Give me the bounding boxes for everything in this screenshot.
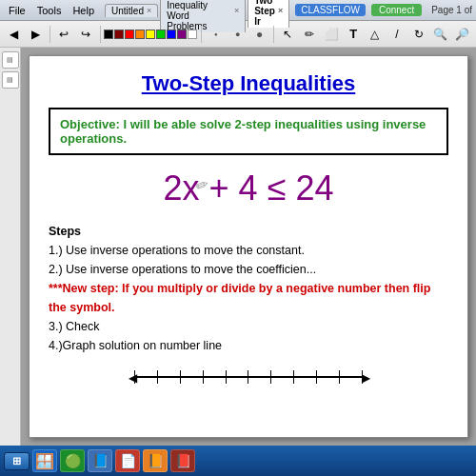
separator2 xyxy=(100,26,101,43)
cursor-tool[interactable]: ↖ xyxy=(278,25,298,44)
tick-6 xyxy=(248,370,248,384)
pen-tool[interactable]: ✏ xyxy=(300,25,320,44)
zoom-out[interactable]: 🔎 xyxy=(452,25,472,44)
separator xyxy=(50,26,50,43)
panel-thumb-1[interactable]: ▤ xyxy=(2,51,19,69)
equation: 2x + 4 ≤ 24 ✏ xyxy=(49,169,448,208)
taskbar-app-powerpoint[interactable]: 📄 xyxy=(115,449,140,472)
color-palette xyxy=(104,30,197,39)
step-4: 3.) Check xyxy=(49,317,448,336)
objective-box: Objective: I will be able solve 2-step i… xyxy=(49,108,448,155)
tick-2 xyxy=(157,370,158,384)
zoom-in[interactable]: 🔍 xyxy=(430,25,450,44)
line-medium[interactable]: ● xyxy=(228,25,248,44)
separator3 xyxy=(201,26,202,43)
canvas-area[interactable]: Two-Step Inequalities Objective: I will … xyxy=(21,48,476,446)
nl-ticks xyxy=(134,370,363,384)
taskbar-app-green[interactable]: 🟢 xyxy=(60,449,85,472)
tick-1 xyxy=(134,370,135,384)
main-area: ▤ ▤ Two-Step Inequalities Objective: I w… xyxy=(0,48,476,446)
bottom-taskbar: ⊞ 🪟 🟢 📘 📄 📙 📕 xyxy=(0,446,476,476)
tab-untitled[interactable]: Untitled × xyxy=(105,4,158,17)
tick-10 xyxy=(339,370,340,384)
line-thick[interactable]: ● xyxy=(249,25,269,44)
tab-close-icon[interactable]: × xyxy=(278,6,283,15)
tick-11 xyxy=(362,370,363,384)
panel-thumb-2[interactable]: ▤ xyxy=(2,71,19,89)
menu-bar: File Tools Help xyxy=(4,4,99,17)
taskbar-app-word[interactable]: 📘 xyxy=(88,449,112,472)
color-black[interactable] xyxy=(104,30,113,39)
color-purple[interactable] xyxy=(177,30,187,39)
menu-help[interactable]: Help xyxy=(68,4,99,17)
tick-7 xyxy=(270,370,271,384)
nl-arrow-right: ▶ xyxy=(362,371,370,385)
color-white[interactable] xyxy=(188,30,197,39)
left-panel: ▤ ▤ xyxy=(0,48,21,446)
color-blue[interactable] xyxy=(167,30,176,39)
forward-button[interactable]: ▶ xyxy=(26,25,46,44)
step-3-red: ***New step: If you multiply or divide b… xyxy=(49,279,448,317)
line-thin[interactable]: ● xyxy=(206,25,226,44)
tick-4 xyxy=(203,370,204,384)
step-5: 4.)Graph solution on number line xyxy=(49,336,448,355)
connect-button[interactable]: Connect xyxy=(371,4,422,16)
color-red[interactable] xyxy=(125,30,134,39)
classflow-button[interactable]: CLASSFLOW xyxy=(295,4,366,16)
redo-button[interactable]: ↪ xyxy=(76,25,96,44)
taskbar-app-pdf[interactable]: 📕 xyxy=(170,449,195,472)
color-yellow[interactable] xyxy=(146,30,155,39)
line-tool[interactable]: / xyxy=(387,25,407,44)
separator4 xyxy=(273,26,274,43)
shape-tool[interactable]: △ xyxy=(366,25,386,44)
menu-tools[interactable]: Tools xyxy=(32,4,67,17)
tab-close-icon[interactable]: × xyxy=(147,6,151,15)
steps-section: Steps 1.) Use inverse operations to move… xyxy=(49,222,448,355)
tick-3 xyxy=(180,370,181,384)
tick-9 xyxy=(316,370,317,384)
top-taskbar: File Tools Help Untitled × 2-Step Inequa… xyxy=(0,0,476,21)
undo-button[interactable]: ↩ xyxy=(54,25,74,44)
slide-title: Two-Step Inequalities xyxy=(49,71,448,96)
menu-file[interactable]: File xyxy=(4,4,30,17)
tab-close-icon[interactable]: × xyxy=(234,6,239,15)
slide: Two-Step Inequalities Objective: I will … xyxy=(29,55,468,438)
steps-label: Steps xyxy=(49,222,448,241)
number-line: ◀ ▶ xyxy=(125,370,372,384)
color-green[interactable] xyxy=(156,30,166,39)
number-line-area: ◀ ▶ xyxy=(49,365,448,389)
refresh-button[interactable]: ↻ xyxy=(408,25,428,44)
taskbar-app-orange[interactable]: 📙 xyxy=(143,449,168,472)
toolbar: ◀ ▶ ↩ ↪ ● ● ● ↖ ✏ ⬜ T △ / ↻ 🔍 🔎 xyxy=(0,21,476,48)
step-1: 1.) Use inverse operations to move the c… xyxy=(49,241,448,260)
start-button[interactable]: ⊞ xyxy=(4,452,30,470)
color-darkred[interactable] xyxy=(114,30,124,39)
tab-two-step[interactable]: Two Step Ir × xyxy=(248,0,289,28)
color-orange[interactable] xyxy=(135,30,145,39)
eraser-tool[interactable]: ⬜ xyxy=(322,25,342,44)
step-2: 2.) Use inverse operations to move the c… xyxy=(49,260,448,279)
text-tool[interactable]: T xyxy=(344,25,364,44)
back-button[interactable]: ◀ xyxy=(4,25,24,44)
tick-5 xyxy=(226,370,227,384)
tick-8 xyxy=(293,370,294,384)
page-info: Page 1 of xyxy=(431,5,472,15)
taskbar-app-ie[interactable]: 🪟 xyxy=(32,449,57,472)
objective-text: Objective: I will be able solve 2-step i… xyxy=(60,117,437,146)
